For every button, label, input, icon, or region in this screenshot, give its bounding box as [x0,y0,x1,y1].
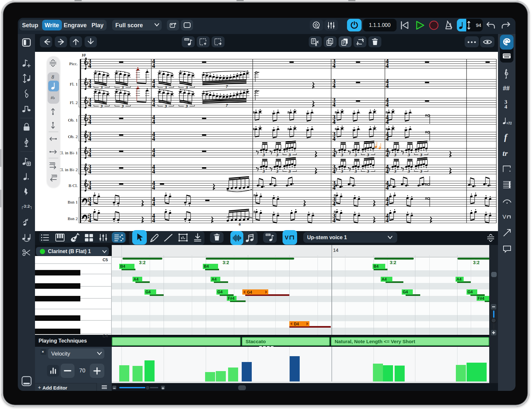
svg-text:4: 4 [332,62,336,69]
svg-text:Cl. in B♭ 1: Cl. in B♭ 1 [59,150,78,155]
svg-text:3: 3 [276,169,279,174]
svg-text:4: 4 [386,62,389,69]
svg-text:Bsn 1: Bsn 1 [68,200,78,204]
svg-text:4: 4 [152,151,155,158]
svg-text:3: 3 [121,104,124,109]
svg-text:V: V [285,235,289,241]
svg-text:V: V [503,214,506,220]
svg-text:##: ## [503,84,510,92]
svg-text:Fl. 1: Fl. 1 [70,82,78,87]
svg-text:7: 7 [226,103,228,108]
svg-text:4: 4 [332,217,336,224]
svg-text:4: 4 [386,151,389,158]
svg-text:3: 3 [185,104,188,109]
svg-text:4: 4 [386,184,389,191]
svg-text:=72: =72 [506,122,512,125]
svg-text:4: 4 [152,184,155,191]
svg-text:3: 3 [354,169,357,174]
svg-text:6: 6 [239,222,241,227]
svg-text:3: 3 [367,152,369,157]
svg-text:Ob. 2: Ob. 2 [68,134,78,139]
svg-text:3: 3 [262,152,265,157]
svg-text:3: 3 [262,169,265,174]
svg-text:3: 3 [341,169,343,174]
svg-text:4: 4 [152,217,155,224]
svg-text:4: 4 [88,118,91,125]
svg-text:3: 3 [394,152,397,157]
svg-text:4: 4 [88,168,91,175]
svg-text:3: 3 [100,104,103,109]
svg-text:4: 4 [152,62,155,69]
svg-text:3: 3 [367,169,369,174]
svg-text:3: 3 [185,85,188,90]
svg-text:4: 4 [332,151,336,158]
svg-text:4: 4 [152,135,155,142]
svg-text:4: 4 [88,82,91,89]
svg-text:4: 4 [88,62,91,69]
svg-text:4: 4 [332,101,336,108]
svg-text:3: 3 [394,169,397,174]
svg-text:10: 10 [82,53,86,57]
svg-text:3: 3 [341,152,343,157]
svg-text:tr: tr [503,149,508,158]
svg-text:4: 4 [386,101,389,108]
svg-text:4: 4 [386,217,389,224]
svg-text:4: 4 [332,82,336,89]
svg-text:Picc.: Picc. [69,61,78,66]
svg-text:4: 4 [152,82,155,89]
svg-text:3: 3 [408,169,410,174]
svg-text:3: 3 [164,104,167,109]
svg-text:3: 3 [121,85,124,90]
svg-text:3: 3 [164,85,167,90]
svg-text:3: 3 [288,169,291,174]
svg-text:3: 3 [420,169,422,174]
svg-text:4: 4 [332,200,336,207]
svg-text:4: 4 [332,184,336,191]
svg-text:f: f [504,132,508,142]
svg-text:4: 4 [152,200,155,207]
svg-text:Bsn 2: Bsn 2 [68,216,78,221]
svg-text:3: 3 [276,152,279,157]
svg-text:4: 4 [88,217,91,224]
svg-text:4: 4 [88,101,91,108]
svg-text:3: 3 [420,152,422,157]
svg-text:6: 6 [239,176,241,181]
svg-text:4: 4 [386,135,389,142]
svg-text:B Cl.: B Cl. [68,183,78,188]
svg-text:4: 4 [152,101,155,108]
svg-text:4: 4 [332,135,336,142]
svg-text:4: 4 [88,184,91,191]
svg-text:Ob. 1: Ob. 1 [68,118,78,123]
svg-text:4: 4 [88,151,91,158]
svg-text:4: 4 [386,200,389,207]
svg-text:4: 4 [152,118,155,125]
svg-text:4: 4 [88,135,91,142]
svg-text:4: 4 [504,104,507,110]
svg-text:4: 4 [332,168,336,175]
svg-text:4: 4 [88,200,91,207]
svg-text:3: 3 [288,152,291,157]
svg-text:7: 7 [226,84,228,89]
svg-text:4: 4 [152,168,155,175]
svg-text:3: 3 [408,152,410,157]
svg-text:Fl. 2: Fl. 2 [70,100,78,105]
svg-text:4: 4 [386,82,389,89]
svg-text:4: 4 [332,118,336,125]
svg-text:4: 4 [386,168,389,175]
svg-text:Cl. in B♭ 2: Cl. in B♭ 2 [59,167,78,172]
svg-text:3: 3 [100,85,103,90]
svg-text:4: 4 [386,118,389,125]
svg-text:3: 3 [354,152,357,157]
